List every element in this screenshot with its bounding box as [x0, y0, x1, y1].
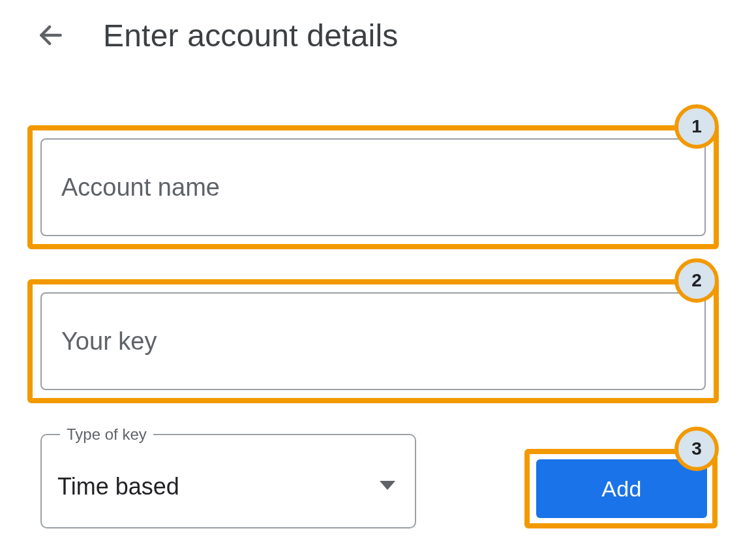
chevron-down-icon — [380, 481, 395, 490]
type-of-key-value: Time based — [57, 470, 179, 500]
account-name-input[interactable] — [40, 138, 706, 236]
back-button[interactable] — [33, 17, 69, 53]
type-of-key-label: Type of key — [60, 425, 153, 444]
your-key-input[interactable] — [40, 292, 706, 390]
page-title: Enter account details — [103, 18, 398, 53]
add-button[interactable]: Add — [536, 459, 707, 518]
type-of-key-select[interactable]: Type of key Time based — [40, 425, 416, 528]
back-arrow-icon — [37, 20, 65, 50]
